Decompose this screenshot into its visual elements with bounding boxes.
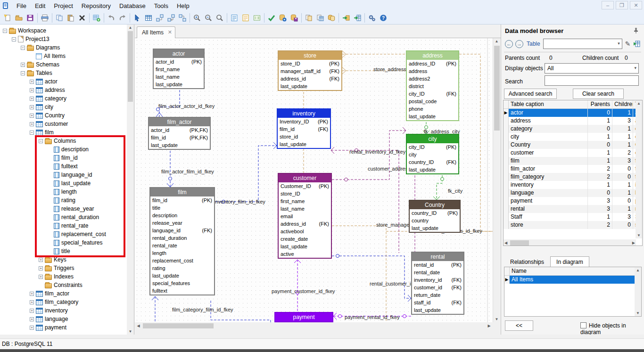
delete-icon[interactable] — [76, 12, 88, 24]
tree-item-title[interactable]: title — [48, 247, 70, 255]
expander-plus-icon[interactable]: + — [30, 88, 34, 92]
expander-plus-icon[interactable]: + — [39, 258, 43, 262]
restore-button[interactable]: ❐ — [616, 1, 628, 9]
scroll-right-arrow[interactable]: ▶ — [632, 241, 635, 245]
one-to-many-relationship-icon[interactable] — [165, 12, 177, 24]
list-vertical-scrollbar[interactable]: ▲ ▼ — [635, 267, 641, 316]
edit-icon[interactable]: ✎ — [625, 40, 631, 48]
tree-item-indexes[interactable]: +Indexes — [39, 272, 74, 281]
entity-payment[interactable]: payment — [274, 312, 333, 322]
tab-all-items[interactable]: All Items ✕ — [137, 26, 175, 38]
back-button[interactable]: ← — [505, 40, 513, 48]
expander-minus-icon[interactable]: − — [21, 46, 25, 50]
copy-table-icon[interactable] — [314, 12, 326, 24]
scroll-down-arrow[interactable]: ▼ — [635, 311, 641, 315]
tree-item-payment[interactable]: +payment — [30, 323, 66, 332]
help-icon[interactable]: ? — [378, 12, 389, 24]
expander-plus-icon[interactable]: + — [30, 300, 34, 304]
scrollbar-thumb[interactable] — [494, 46, 500, 131]
scroll-down-arrow[interactable]: ▼ — [493, 317, 500, 321]
grid-row-customer[interactable]: customer12customer — [504, 149, 642, 157]
advanced-search-button[interactable]: Advanced search — [504, 89, 557, 99]
canvas-vertical-scrollbar[interactable]: ▲ ▼ — [493, 38, 500, 322]
grid-row-city[interactable]: city11city — [504, 133, 642, 141]
grid-row-language[interactable]: language01language — [504, 189, 642, 197]
grid-row-address[interactable]: address13address — [504, 117, 642, 125]
grid-row-staff[interactable]: Staff13Staff — [504, 213, 642, 221]
grid-header-children[interactable]: Children — [612, 100, 633, 108]
tree-item-film[interactable]: −film — [30, 128, 54, 137]
expander-plus-icon[interactable]: + — [21, 63, 25, 67]
scrollbar-thumb[interactable] — [128, 31, 133, 102]
tree-item-schemas[interactable]: +Schemas — [21, 60, 59, 69]
table-icon[interactable] — [143, 12, 154, 24]
expander-plus-icon[interactable]: + — [39, 275, 43, 279]
grid-row-category[interactable]: category01category — [504, 125, 642, 133]
zoom-in-icon[interactable] — [191, 12, 203, 24]
expander-minus-icon[interactable]: − — [30, 131, 34, 135]
expander-plus-icon[interactable]: + — [30, 309, 34, 313]
view-form-icon[interactable] — [251, 12, 263, 24]
entity-customer[interactable]: customerCustomer_ID(PK)store_IDfirst_nam… — [278, 173, 332, 259]
close-button[interactable]: ✕ — [630, 1, 642, 9]
table-combobox[interactable]: ▾ — [543, 39, 622, 49]
tab-close-icon[interactable]: ✕ — [168, 30, 172, 35]
scrollbar-thumb[interactable] — [143, 323, 214, 328]
collapse-panel-button[interactable]: << — [505, 320, 533, 331]
tree-item-columns[interactable]: −Columns — [39, 137, 76, 145]
tree-item-diagrams[interactable]: −Diagrams — [21, 43, 60, 52]
scrollbar-thumb[interactable] — [510, 240, 529, 246]
new-document-icon[interactable] — [2, 12, 13, 24]
view-document-icon[interactable] — [229, 12, 240, 24]
grid-horizontal-scrollbar[interactable]: ◀ ▶ — [504, 239, 636, 246]
tree-item-constraints[interactable]: Constraints — [39, 281, 83, 289]
new-table-icon[interactable] — [91, 12, 102, 24]
database-refresh-icon[interactable] — [277, 12, 289, 24]
entity-film[interactable]: filmfilm_id(PK)titledescriptionrelease_y… — [149, 187, 215, 295]
undo-icon[interactable] — [106, 12, 117, 24]
copy-document-icon[interactable] — [303, 12, 314, 24]
scroll-down-arrow[interactable]: ▼ — [127, 329, 134, 334]
validate-icon[interactable] — [266, 12, 277, 24]
grid-row-film-category[interactable]: film_category20film_category — [504, 173, 642, 181]
tree-item-rental-rate[interactable]: rental_rate — [48, 221, 88, 230]
tree-item-tables[interactable]: −Tables — [21, 69, 52, 77]
grid-row-rental[interactable]: rental31rental — [504, 205, 642, 213]
grid-vertical-scrollbar[interactable]: ▲ ▼ — [636, 100, 642, 238]
references-icon[interactable] — [177, 12, 188, 24]
tree-item-rating[interactable]: rating — [48, 196, 75, 205]
menu-file[interactable]: File — [12, 1, 31, 11]
expander-plus-icon[interactable]: + — [30, 122, 34, 126]
tree-item-language-id[interactable]: language_id — [48, 171, 92, 179]
expander-minus-icon[interactable]: − — [12, 37, 16, 41]
scroll-up-arrow[interactable]: ▲ — [636, 101, 642, 106]
settings-icon[interactable] — [366, 12, 378, 24]
tree-item-language[interactable]: +language — [30, 315, 68, 323]
print-icon[interactable] — [39, 12, 50, 24]
scroll-up-arrow[interactable]: ▲ — [493, 39, 500, 43]
expander-plus-icon[interactable]: + — [30, 317, 34, 321]
copy-icon[interactable] — [54, 12, 65, 24]
entity-actor[interactable]: actoractor_id(PK)first_namelast_namelast… — [153, 49, 205, 89]
search-input[interactable] — [545, 75, 639, 86]
open-folder-icon[interactable] — [13, 12, 25, 24]
scroll-up-arrow[interactable]: ▲ — [127, 25, 134, 30]
tree-item-fulltext[interactable]: fulltext — [48, 162, 78, 171]
menu-tools[interactable]: Tools — [150, 1, 173, 11]
copy-database-icon[interactable] — [326, 12, 337, 24]
save-icon[interactable] — [25, 12, 36, 24]
tree-item-film-actor[interactable]: +film_actor — [30, 289, 69, 298]
entity-inventory[interactable]: inventoryInventory_ID(PK)film_id(FK)stor… — [277, 108, 331, 149]
expander-plus-icon[interactable]: + — [39, 266, 43, 270]
tree-item-workspace[interactable]: −Workspace — [3, 26, 46, 35]
expander-plus-icon[interactable]: + — [30, 80, 34, 84]
grid-row-film[interactable]: film13film — [504, 157, 642, 165]
entity-address[interactable]: addressaddress_ID(PK)addressaddress2dist… — [406, 50, 459, 121]
diagram-canvas[interactable]: film_actor_actor_id_fkeyfilm_actor_film_… — [135, 38, 493, 322]
expander-minus-icon[interactable]: − — [21, 71, 25, 75]
pin-icon[interactable] — [633, 27, 639, 34]
grid-row-payment[interactable]: payment30payment — [504, 197, 642, 205]
zoom-icon[interactable] — [214, 12, 225, 24]
menu-repository[interactable]: Repository — [77, 1, 115, 11]
menu-project[interactable]: Project — [50, 1, 77, 11]
